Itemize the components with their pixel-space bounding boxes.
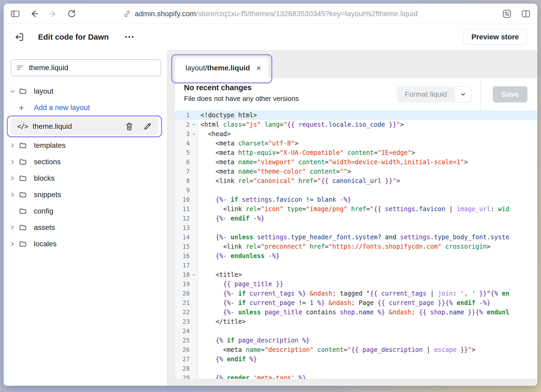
code-line-5[interactable]: 5 <meta http-equiv="X-UA-Compatible" con… bbox=[175, 148, 537, 157]
code-text: <meta name="viewport" content="width=dev… bbox=[198, 157, 468, 167]
sidebar-folder-snippets[interactable]: snippets bbox=[4, 186, 167, 203]
code-text bbox=[198, 326, 201, 336]
line-number: 3 bbox=[175, 129, 190, 139]
sidebar-folder-layout[interactable]: layout bbox=[4, 83, 167, 99]
code-text: <meta http-equiv="X-UA-Compatible" conte… bbox=[198, 148, 415, 157]
fold-toggle[interactable] bbox=[190, 129, 198, 139]
sidebar-folder-assets[interactable]: assets bbox=[4, 219, 167, 236]
reload-icon[interactable] bbox=[67, 9, 76, 18]
rename-icon[interactable] bbox=[143, 122, 152, 131]
code-line-11[interactable]: 11 <link rel="icon" type="image/png" hre… bbox=[175, 204, 537, 214]
page-settings-icon[interactable] bbox=[502, 9, 512, 18]
code-line-19[interactable]: 19 {{ page_title }} bbox=[175, 279, 537, 289]
link-icon bbox=[123, 10, 131, 18]
plus-icon: + bbox=[19, 103, 24, 112]
add-new-layout-button[interactable]: +Add a new layout bbox=[4, 99, 167, 116]
fold-toggle[interactable] bbox=[190, 270, 198, 279]
split-view-icon[interactable] bbox=[521, 10, 531, 18]
code-line-15[interactable]: 15 <link rel="preconnect" href="https://… bbox=[175, 242, 537, 251]
code-line-29[interactable]: 29 {% render 'meta-tags' %} bbox=[175, 373, 537, 379]
code-line-4[interactable]: 4 <meta charset="utf-8"> bbox=[175, 139, 537, 148]
code-line-3[interactable]: 3 <head> bbox=[175, 129, 537, 139]
line-number: 27 bbox=[175, 354, 190, 364]
code-line-22[interactable]: 22 {%- unless page_title contains shop.n… bbox=[175, 308, 537, 317]
code-line-20[interactable]: 20 {%- if current_tags %} &ndash; tagged… bbox=[175, 289, 537, 298]
forward-icon[interactable] bbox=[48, 10, 57, 18]
version-status-subtitle: File does not have any other versions bbox=[184, 95, 397, 103]
sidebar-folder-locales[interactable]: locales bbox=[4, 236, 167, 252]
code-line-16[interactable]: 16 {%- endunless -%} bbox=[175, 251, 537, 261]
line-number: 18 bbox=[175, 270, 190, 279]
rename-icon bbox=[143, 122, 152, 131]
fold-spacer bbox=[190, 232, 198, 242]
page-title: Edit code for Dawn bbox=[38, 33, 109, 41]
folder-icon bbox=[19, 87, 27, 95]
code-line-1[interactable]: 1<!doctype html> bbox=[175, 111, 537, 120]
code-line-21[interactable]: 21 {%- if current_page != 1 %} &ndash; P… bbox=[175, 298, 537, 308]
folder-icon bbox=[19, 158, 27, 166]
file-search-input[interactable]: theme.liquid bbox=[11, 59, 161, 76]
code-text: <!doctype html> bbox=[198, 111, 257, 120]
code-line-6[interactable]: 6 <meta name="viewport" content="width=d… bbox=[175, 157, 537, 167]
code-line-14[interactable]: 14 {%- unless settings.type_header_font.… bbox=[175, 232, 537, 242]
preview-store-button[interactable]: Preview store bbox=[463, 29, 527, 45]
fold-spacer bbox=[190, 139, 198, 148]
save-button[interactable]: Save bbox=[493, 86, 527, 102]
code-line-26[interactable]: 26 <meta name="description" content="{{ … bbox=[175, 345, 537, 354]
code-line-10[interactable]: 10 {%- if settings.favicon != blank -%} bbox=[175, 195, 537, 204]
code-line-24[interactable]: 24 bbox=[175, 326, 537, 336]
delete-icon[interactable] bbox=[125, 122, 133, 131]
selected-file-pill[interactable]: </>theme.liquid bbox=[10, 118, 158, 135]
code-text: <title> bbox=[198, 270, 242, 279]
line-number: 1 bbox=[175, 111, 190, 120]
line-number: 15 bbox=[175, 242, 190, 251]
code-line-12[interactable]: 12 {%- endif -%} bbox=[175, 214, 537, 223]
line-number: 25 bbox=[175, 336, 190, 345]
code-text: {%- endunless -%} bbox=[198, 251, 280, 261]
version-status-title: No recent changes bbox=[184, 83, 397, 92]
sidebar-folder-templates[interactable]: templates bbox=[4, 137, 167, 154]
tab-theme-liquid[interactable]: layout/theme.liquid × bbox=[175, 58, 268, 78]
code-line-18[interactable]: 18 <title> bbox=[175, 270, 537, 279]
fold-toggle[interactable] bbox=[190, 120, 198, 129]
more-menu-icon[interactable]: ••• bbox=[125, 34, 135, 40]
sidebar-item-theme-liquid[interactable]: </>theme.liquid bbox=[4, 117, 167, 136]
code-text: {% endif %} bbox=[198, 354, 257, 364]
exit-editor-icon[interactable] bbox=[14, 32, 24, 42]
code-line-9[interactable]: 9 bbox=[175, 186, 537, 195]
format-liquid-button[interactable]: Format liquid bbox=[397, 86, 455, 102]
fold-spacer bbox=[190, 223, 198, 232]
file-sidebar: theme.liquid layout+Add a new layout</>t… bbox=[4, 50, 167, 386]
line-number: 16 bbox=[175, 251, 190, 261]
code-editor[interactable]: 1<!doctype html>2<html class="js" lang="… bbox=[175, 111, 537, 379]
code-text: {% render 'meta-tags' %} bbox=[198, 373, 306, 379]
folder-icon bbox=[19, 240, 27, 248]
line-number: 10 bbox=[175, 195, 190, 204]
format-dropdown-button[interactable] bbox=[455, 86, 471, 102]
code-text: </title> bbox=[198, 317, 246, 326]
sidebar-folder-blocks[interactable]: blocks bbox=[4, 170, 167, 186]
back-icon[interactable] bbox=[30, 10, 39, 18]
close-icon[interactable]: × bbox=[256, 64, 261, 72]
fold-chevron-icon bbox=[192, 132, 196, 136]
code-line-8[interactable]: 8 <link rel="canonical" href="{{ canonic… bbox=[175, 176, 537, 186]
file-label: theme.liquid bbox=[33, 122, 72, 131]
sidebar-folder-sections[interactable]: sections bbox=[4, 154, 167, 170]
code-line-7[interactable]: 7 <meta name="theme-color" content=""> bbox=[175, 167, 537, 176]
code-line-27[interactable]: 27 {% endif %} bbox=[175, 354, 537, 364]
fold-spacer bbox=[190, 157, 198, 167]
sidebar-toggle-icon[interactable] bbox=[10, 10, 20, 18]
fold-spacer bbox=[190, 345, 198, 354]
code-line-25[interactable]: 25 {% if page_description %} bbox=[175, 336, 537, 345]
code-text: {%- if current_tags %} &ndash; tagged "{… bbox=[198, 289, 509, 298]
code-line-13[interactable]: 13 bbox=[175, 223, 537, 232]
line-number: 21 bbox=[175, 298, 190, 308]
sidebar-folder-config[interactable]: config bbox=[4, 203, 167, 219]
code-line-23[interactable]: 23 </title> bbox=[175, 317, 537, 326]
code-line-2[interactable]: 2<html class="js" lang="{{ request.local… bbox=[175, 120, 537, 129]
code-line-17[interactable]: 17 bbox=[175, 261, 537, 270]
chevron-right-icon bbox=[9, 175, 16, 181]
code-line-28[interactable]: 28 bbox=[175, 364, 537, 373]
folder-label: locales bbox=[34, 240, 57, 248]
address-bar[interactable]: admin.shopify.com/store/rzq1xu-f5/themes… bbox=[123, 4, 417, 24]
